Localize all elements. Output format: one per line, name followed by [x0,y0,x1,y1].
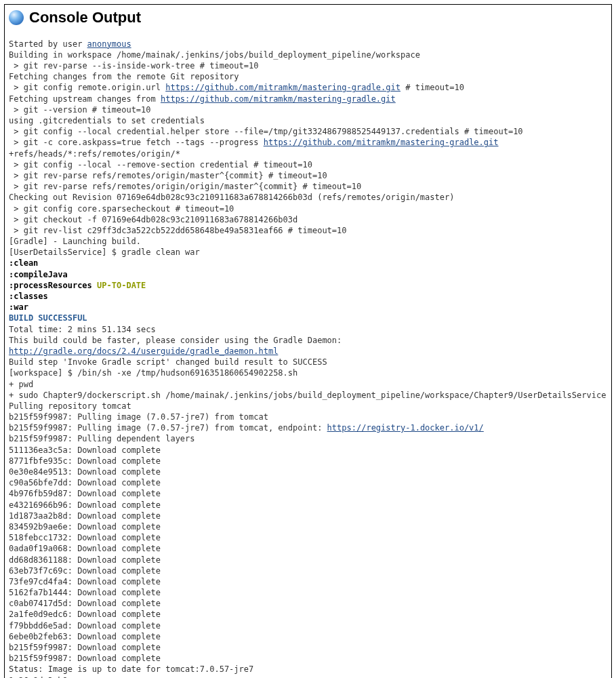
console-line: using .gitcredentials to set credentials [9,115,607,126]
console-line: > git config core.sparsecheckout # timeo… [9,203,607,214]
console-text: 8771fbfe935c: Download complete [9,456,161,466]
console-line: > git rev-parse --is-inside-work-tree # … [9,60,607,71]
console-line: 518febcc1732: Download complete [9,532,607,543]
console-text: c0ab07417d5d: Download complete [9,599,161,608]
console-line: 8771fbfe935c: Download complete [9,456,607,466]
console-text: + sudo Chapter9/dockerscript.sh /home/ma… [9,391,606,400]
console-line: [workspace] $ /bin/sh -xe /tmp/hudson691… [9,367,607,378]
console-text: 6ebe0b2feb63: Download complete [9,632,161,641]
console-line: > git --version # timeout=10 [9,104,607,115]
console-line: Pulling repository tomcat [9,401,607,412]
page-title: Console Output [29,7,141,28]
console-text: :processResources [9,281,92,290]
console-line: 73fe97cd4fa4: Download complete [9,576,607,587]
console-text: 0e30e84e9513: Download complete [9,467,161,477]
console-text: > git rev-parse refs/remotes/origin/orig… [9,182,361,191]
jenkins-status-icon [9,10,24,25]
console-link[interactable]: https://github.com/mitramkm/mastering-gr… [161,94,396,104]
console-text: Status: Image is up to date for tomcat:7… [9,664,253,674]
console-line: c0ab07417d5d: Download complete [9,598,607,609]
console-text: This build could be faster, please consi… [9,336,347,345]
console-line: f79bbdd6e5ad: Download complete [9,620,607,631]
console-line: 1d1873aa2b8d: Download complete [9,511,607,521]
console-text: > git rev-list c29ff3dc3a522cb522dd65864… [9,226,347,235]
console-text: 4b976fb59d87: Download complete [9,489,161,498]
console-text: b215f59f9987: Pulling dependent layers [9,434,195,443]
console-text: 0ada0f19a068: Download complete [9,544,161,553]
console-text: 834592b9ae6e: Download complete [9,522,161,532]
console-text: Build step 'Invoke Gradle script' change… [9,357,327,367]
console-line: Total time: 2 mins 51.134 secs [9,324,607,335]
console-line: 511136ea3c5a: Download complete [9,445,607,456]
console-line: 834592b9ae6e: Download complete [9,521,607,532]
console-text: > git -c core.askpass=true fetch --tags … [9,138,264,147]
console-text: 73fe97cd4fa4: Download complete [9,577,161,586]
console-text: Checking out Revision 07169e64db028c93c2… [9,193,454,202]
console-line: Status: Image is up to date for tomcat:7… [9,664,607,675]
console-line: > git config remote.origin.url https://g… [9,82,607,93]
console-text: b215f59f9987: Download complete [9,654,161,663]
console-text: dd68d8361188: Download complete [9,555,161,565]
console-text: BUILD SUCCESSFUL [9,313,87,323]
console-text: 518febcc1732: Download complete [9,533,161,542]
console-link[interactable]: https://github.com/mitramkm/mastering-gr… [264,138,499,147]
console-text: # timeout=10 [401,83,464,92]
console-text: Fetching upstream changes from [9,94,161,104]
console-line: > git config --local --remove-section cr… [9,159,607,170]
console-text: + pwd [9,380,33,389]
console-text: 511136ea3c5a: Download complete [9,445,161,455]
console-text: c90a56bfe7dd: Download complete [9,478,161,487]
console-text: f79bbdd6e5ad: Download complete [9,621,161,631]
console-line: > git rev-parse refs/remotes/origin/mast… [9,170,607,181]
console-line: c90a56bfe7dd: Download complete [9,477,607,488]
console-line: 2a1fe0d9edc6: Download complete [9,609,607,620]
console-line: > git checkout -f 07169e64db028c93c21091… [9,214,607,225]
console-line: Fetching changes from the remote Git rep… [9,71,607,82]
console-text: > git rev-parse refs/remotes/origin/mast… [9,171,327,180]
console-link[interactable]: http://gradle.org/docs/2.4/userguide/gra… [9,346,278,356]
console-text: Total time: 2 mins 51.134 secs [9,325,156,334]
console-line: :war [9,302,607,313]
console-line: b215f59f9987: Download complete [9,642,607,653]
console-text: :compileJava [9,270,68,279]
console-text: > git checkout -f 07169e64db028c93c21091… [9,215,297,224]
console-line: Fetching upstream changes from https://g… [9,94,607,104]
console-text: b215f59f9987: Pulling image (7.0.57-jre7… [9,423,327,433]
console-line: :processResources UP-TO-DATE [9,280,607,291]
console-line: b215f59f9987: Pulling image (7.0.57-jre7… [9,422,607,433]
console-frame: Console Output Started by user anonymous… [4,4,612,678]
console-text: 1d1873aa2b8d: Download complete [9,511,161,521]
page-header: Console Output [9,7,607,28]
console-text: Pulling repository tomcat [9,401,131,411]
console-text: Started by user [9,39,87,49]
console-text: > git --version # timeout=10 [9,105,151,115]
console-link[interactable]: https://github.com/mitramkm/mastering-gr… [165,83,401,92]
console-text: > git config core.sparsecheckout # timeo… [9,204,234,214]
console-text: [UserDetailsService] $ gradle clean war [9,247,200,257]
console-text: 63eb73f7c69c: Download complete [9,566,161,576]
console-line: 0e30e84e9513: Download complete [9,466,607,477]
console-link[interactable]: https://registry-1.docker.io/v1/ [327,423,484,433]
console-line: Building in workspace /home/mainak/.jenk… [9,49,607,60]
console-line: :classes [9,291,607,302]
console-text: > git rev-parse --is-inside-work-tree # … [9,61,258,71]
console-line: > git config --local credential.helper s… [9,126,607,137]
console-text: > git config remote.origin.url [9,83,165,92]
console-text: b215f59f9987: Pulling image (7.0.57-jre7… [9,412,268,422]
console-line: :clean [9,258,607,268]
console-link[interactable]: anonymous [87,39,131,49]
console-line: [UserDetailsService] $ gradle clean war [9,247,607,258]
console-line: This build could be faster, please consi… [9,335,607,357]
console-text: Building in workspace /home/mainak/.jenk… [9,50,420,60]
console-text: :clean [9,258,38,268]
console-line: [Gradle] - Launching build. [9,236,607,247]
console-output: Started by user anonymousBuilding in wor… [9,39,607,678]
console-text: UP-TO-DATE [92,281,146,290]
console-text: [Gradle] - Launching build. [9,237,141,246]
console-text: Fetching changes from the remote Git rep… [9,72,239,81]
console-line: 5162fa7b1444: Download complete [9,587,607,598]
console-line: 1c26e8da3cb9 [9,675,607,678]
console-text: [workspace] $ /bin/sh -xe /tmp/hudson691… [9,368,297,378]
console-text: 5162fa7b1444: Download complete [9,588,161,597]
console-line: > git rev-parse refs/remotes/origin/orig… [9,181,607,192]
